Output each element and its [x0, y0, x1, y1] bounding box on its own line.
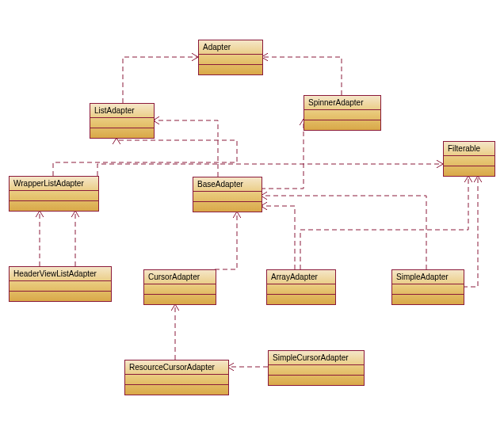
class-headerViewListAdapter: HeaderViewListAdapter: [9, 266, 112, 302]
class-methods-section: [267, 295, 335, 304]
class-methods-section: [90, 128, 154, 138]
class-attributes-section: [267, 284, 335, 295]
class-attributes-section: [144, 284, 216, 295]
class-methods-section: [193, 202, 262, 212]
class-resourceCursorAdapter: ResourceCursorAdapter: [124, 360, 229, 395]
class-methods-section: [444, 166, 494, 176]
class-methods-section: [144, 295, 216, 304]
class-baseAdapter: BaseAdapter: [193, 177, 262, 212]
class-name-label: BaseAdapter: [193, 177, 262, 192]
class-name-label: CursorAdapter: [144, 270, 216, 284]
class-attributes-section: [199, 55, 262, 65]
class-methods-section: [199, 65, 262, 74]
class-attributes-section: [125, 375, 228, 385]
class-name-label: ListAdapter: [90, 104, 154, 118]
class-simpleAdapter: SimpleAdapter: [391, 269, 464, 305]
class-name-label: Filterable: [444, 142, 494, 156]
class-methods-section: [304, 120, 380, 130]
class-methods-section: [10, 201, 98, 211]
class-attributes-section: [10, 281, 111, 292]
class-methods-section: [392, 295, 464, 304]
class-cursorAdapter: CursorAdapter: [143, 269, 216, 305]
class-name-label: HeaderViewListAdapter: [10, 267, 111, 281]
class-listAdapter: ListAdapter: [90, 103, 155, 139]
class-wrapperListAdapter: WrapperListAdapter: [9, 176, 99, 212]
class-attributes-section: [269, 365, 364, 376]
class-attributes-section: [10, 191, 98, 201]
class-adapter: Adapter: [198, 40, 263, 75]
uml-diagram-canvas: AdapterListAdapterSpinnerAdapterFilterab…: [0, 0, 504, 431]
class-attributes-section: [392, 284, 464, 295]
class-attributes-section: [193, 192, 262, 202]
class-methods-section: [10, 292, 111, 301]
class-filterable: Filterable: [443, 141, 495, 177]
class-simpleCursorAdapter: SimpleCursorAdapter: [268, 350, 365, 386]
class-methods-section: [269, 376, 364, 385]
class-name-label: ArrayAdapter: [267, 270, 335, 284]
class-name-label: SimpleCursorAdapter: [269, 351, 364, 365]
class-name-label: Adapter: [199, 40, 262, 55]
class-attributes-section: [444, 156, 494, 166]
class-spinnerAdapter: SpinnerAdapter: [304, 95, 381, 131]
class-name-label: ResourceCursorAdapter: [125, 360, 228, 375]
class-name-label: SimpleAdapter: [392, 270, 464, 284]
class-attributes-section: [90, 118, 154, 128]
class-name-label: WrapperListAdapter: [10, 177, 98, 191]
class-methods-section: [125, 385, 228, 395]
class-attributes-section: [304, 110, 380, 120]
class-arrayAdapter: ArrayAdapter: [266, 269, 336, 305]
class-name-label: SpinnerAdapter: [304, 96, 380, 110]
